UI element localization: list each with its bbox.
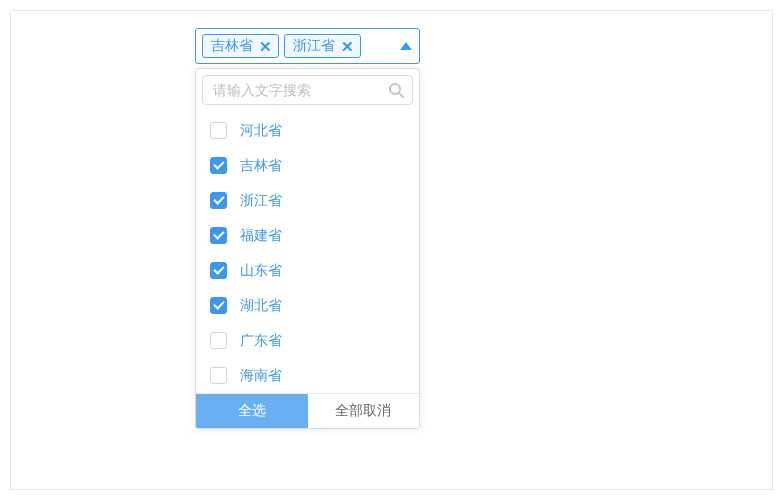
options-list-wrap: 河北省 吉林省 浙江省 福建省: [196, 111, 419, 393]
option-label: 湖北省: [240, 297, 282, 315]
option-label: 广东省: [240, 332, 282, 350]
checkbox-checked-icon[interactable]: [210, 297, 227, 314]
option-label: 浙江省: [240, 192, 282, 210]
search-box: [202, 75, 413, 105]
dropdown-panel: 河北省 吉林省 浙江省 福建省: [195, 68, 420, 429]
selected-tag: 浙江省 ✕: [284, 34, 361, 58]
svg-line-1: [399, 93, 403, 97]
selected-tag: 吉林省 ✕: [202, 34, 279, 58]
dropdown-footer: 全选 全部取消: [196, 393, 419, 428]
checkbox-checked-icon[interactable]: [210, 157, 227, 174]
option-item[interactable]: 海南省: [196, 358, 419, 393]
checkbox-checked-icon[interactable]: [210, 192, 227, 209]
search-wrap: [196, 69, 419, 111]
option-item[interactable]: 山东省: [196, 253, 419, 288]
search-icon: [388, 82, 404, 98]
search-input[interactable]: [213, 82, 388, 98]
option-item[interactable]: 河北省: [196, 113, 419, 148]
select-all-button[interactable]: 全选: [196, 394, 308, 428]
checkbox-checked-icon[interactable]: [210, 227, 227, 244]
checkbox-icon[interactable]: [210, 367, 227, 384]
option-item[interactable]: 湖北省: [196, 288, 419, 323]
province-multiselect: 吉林省 ✕ 浙江省 ✕: [195, 28, 420, 429]
option-item[interactable]: 广东省: [196, 323, 419, 358]
tag-remove-icon[interactable]: ✕: [341, 39, 354, 54]
option-item[interactable]: 福建省: [196, 218, 419, 253]
option-item[interactable]: 浙江省: [196, 183, 419, 218]
selected-tags-container[interactable]: 吉林省 ✕ 浙江省 ✕: [195, 28, 420, 64]
dropdown-caret-up-icon[interactable]: [400, 42, 412, 50]
option-label: 海南省: [240, 367, 282, 385]
tag-label: 浙江省: [293, 37, 335, 55]
options-list[interactable]: 河北省 吉林省 浙江省 福建省: [196, 111, 419, 393]
option-label: 福建省: [240, 227, 282, 245]
option-label: 吉林省: [240, 157, 282, 175]
checkbox-checked-icon[interactable]: [210, 262, 227, 279]
tag-label: 吉林省: [211, 37, 253, 55]
checkbox-icon[interactable]: [210, 332, 227, 349]
app-canvas: 吉林省 ✕ 浙江省 ✕: [10, 10, 773, 490]
checkbox-icon[interactable]: [210, 122, 227, 139]
tag-remove-icon[interactable]: ✕: [259, 39, 272, 54]
option-label: 山东省: [240, 262, 282, 280]
option-item[interactable]: 吉林省: [196, 148, 419, 183]
option-label: 河北省: [240, 122, 282, 140]
deselect-all-button[interactable]: 全部取消: [308, 394, 420, 428]
